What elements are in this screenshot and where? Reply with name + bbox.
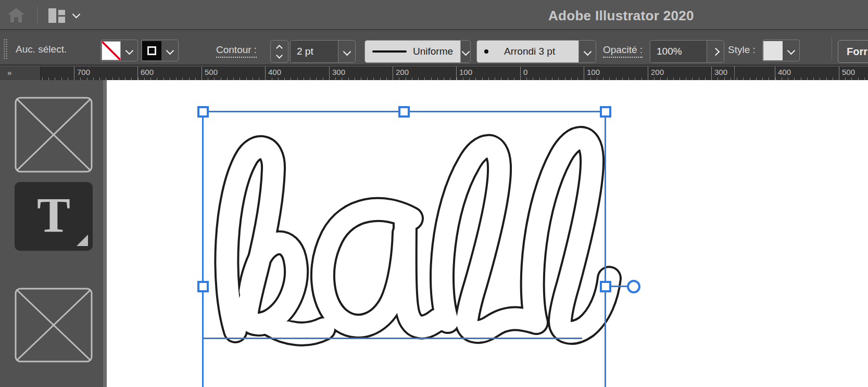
handle-middle-left[interactable] [197,281,209,292]
handle-top-left[interactable] [197,106,209,118]
selection-edge-right [605,112,606,387]
handle-middle-right[interactable] [600,281,611,292]
selection-edge-left [202,112,204,387]
point-type-widget[interactable] [627,280,640,293]
type-widget-connector [611,286,627,287]
handle-top-right[interactable] [600,106,611,118]
text-baseline-indicator [203,338,582,339]
handle-top-center[interactable] [398,106,410,118]
lettering-ball[interactable] [0,0,868,387]
